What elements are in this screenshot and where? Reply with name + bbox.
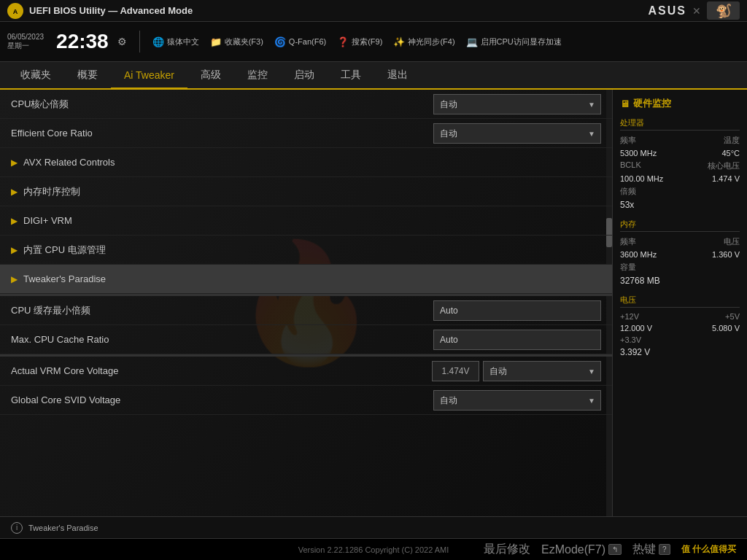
tweakers-paradise-label: Tweaker's Paradise [23,273,106,284]
memory-section: 内存 频率 电压 3600 MHz 1.360 V 容量 32768 MB [620,219,740,286]
avx-expand-icon: ▶ [11,158,18,168]
tab-overview[interactable]: 概要 [64,62,111,88]
cpu-cache-min-row: CPU 缓存最小倍频 [0,296,612,325]
tab-ai-tweaker[interactable]: Ai Tweaker [111,63,187,89]
avx-label: AVX Related Controls [23,157,115,168]
tab-boot[interactable]: 启动 [281,62,328,88]
tab-tools[interactable]: 工具 [328,62,374,88]
cpu-temp-value: 45°C [721,149,740,158]
toolbar-cpu-access[interactable]: 💻 启用CPU访问显存加速 [466,36,562,47]
nav-tabs: 收藏夹 概要 Ai Tweaker 高级 监控 启动 工具 退出 [0,62,747,90]
global-svid-voltage-control[interactable]: 自动 手动 [433,390,601,411]
main-area: 🔥 CPU核心倍频 自动 手动 Efficient Core Ratio 自动 [0,90,747,516]
hotkey-btn[interactable]: 热键 ? [632,542,670,557]
efficient-core-ratio-control[interactable]: 自动 手动 [433,123,601,144]
mem-cap-value: 32768 MB [620,276,740,286]
corevolt-value: 1.474 V [712,174,740,183]
cpu-core-ratio-control[interactable]: 自动 手动 [433,94,601,114]
avx-controls-row[interactable]: ▶ AVX Related Controls [0,148,612,177]
memory-expand-icon: ▶ [11,187,18,197]
tweakers-paradise-row[interactable]: ▶ Tweaker's Paradise [0,265,612,294]
hardware-monitor-panel: 🖥 硬件监控 处理器 频率 温度 5300 MHz 45°C BCLK 核心电压… [612,90,747,516]
vrm-dropdown-select[interactable]: 自动 手动 [483,361,601,381]
v33-value: 3.392 V [620,347,740,357]
hw-monitor-icon: 🖥 [620,98,630,109]
favorites-icon: 📁 [210,36,222,47]
efficient-core-ratio-label: Efficient Core Ratio [11,128,433,139]
search-icon: ❓ [337,36,349,47]
max-cpu-cache-label: Max. CPU Cache Ratio [11,334,433,345]
cpu-core-ratio-label: CPU核心倍频 [11,98,433,111]
cpu-power-row[interactable]: ▶ 内置 CPU 电源管理 [0,236,612,265]
vrm-core-voltage-control: 1.474V 自动 手动 [432,361,601,381]
voltage-section: 电压 +12V +5V 12.000 V 5.080 V +3.3V 3.392… [620,295,740,357]
divider [139,31,140,52]
memory-timing-row[interactable]: ▶ 内存时序控制 [0,177,612,206]
global-svid-voltage-row: Global Core SVID Voltage 自动 手动 [0,386,612,415]
vrm-dropdown-wrapper[interactable]: 自动 手动 [483,361,601,381]
tab-exit[interactable]: 退出 [374,62,421,88]
aura-icon: ✨ [393,36,405,47]
digi-vrm-row[interactable]: ▶ DIGI+ VRM [0,206,612,236]
brand-logo: 值 什么值得买 [681,543,736,556]
tab-favorites[interactable]: 收藏夹 [7,62,64,88]
header-right: ASUS ✕ 🐒 [649,1,740,20]
vrm-core-voltage-label: Actual VRM Core Voltage [11,365,432,376]
last-modified-label: 最后修改 [484,542,530,557]
max-cpu-cache-control[interactable] [433,330,601,350]
mem-freq-volt-header: 频率 电压 [620,236,740,247]
qfan-label: Q-Fan(F6) [289,37,326,46]
bios-title: UEFI BIOS Utility — Advanced Mode [29,5,649,16]
multiplier-header: 倍频 [620,186,740,197]
search-label: 搜索(F9) [352,36,382,47]
info-icon: i [11,522,23,534]
multiplier-label: 倍频 [620,186,636,197]
toolbar-items: 🌐 猿体中文 📁 收藏夹(F3) 🌀 Q-Fan(F6) ❓ 搜索(F9) ✨ … [152,36,562,47]
processor-title: 处理器 [620,117,740,131]
ez-mode-btn[interactable]: EzMode(F7) ↰ [541,543,622,556]
svg-text:A: A [13,8,18,15]
efficient-core-ratio-row: Efficient Core Ratio 自动 手动 [0,119,612,148]
asus-logo-icon: A [7,3,23,19]
bclk-label: BCLK [620,160,641,171]
cpu-core-ratio-select[interactable]: 自动 手动 [433,94,601,114]
version-text: Version 2.22.1286 Copyright (C) 2022 AMI [298,545,449,554]
toolbar-lang[interactable]: 🌐 猿体中文 [152,36,199,47]
toolbar-aura[interactable]: ✨ 神光同步(F4) [393,36,454,47]
freq-temp-values: 5300 MHz 45°C [620,149,740,158]
hw-monitor-label: 硬件监控 [633,97,671,110]
processor-section: 处理器 频率 温度 5300 MHz 45°C BCLK 核心电压 100.00… [620,117,740,210]
global-svid-voltage-label: Global Core SVID Voltage [11,394,433,405]
bclk-corevolt-header: BCLK 核心电压 [620,160,740,171]
toolbar-search[interactable]: ❓ 搜索(F9) [337,36,382,47]
hw-monitor-title: 🖥 硬件监控 [620,97,740,110]
aura-label: 神光同步(F4) [408,36,454,47]
tab-advanced[interactable]: 高级 [187,62,234,88]
hotkey-key: ? [659,544,670,555]
hotkey-label: 热键 [632,542,656,557]
v12-value: 12.000 V [620,324,652,332]
max-cpu-cache-input[interactable] [433,330,601,350]
date-time-area: 06/05/2023 星期一 [7,33,44,51]
tab-monitor[interactable]: 监控 [234,62,281,88]
settings-panel: 🔥 CPU核心倍频 自动 手动 Efficient Core Ratio 自动 [0,90,612,516]
toolbar-favorites[interactable]: 📁 收藏夹(F3) [210,36,263,47]
settings-gear-icon[interactable]: ⚙ [117,36,127,47]
v33-header: +3.3V [620,335,740,344]
cpu-cache-min-control[interactable] [433,300,601,321]
global-svid-voltage-select[interactable]: 自动 手动 [433,390,601,411]
memory-title: 内存 [620,219,740,232]
last-modified-btn[interactable]: 最后修改 [484,542,530,557]
mem-volt-label: 电压 [724,236,740,247]
efficient-core-ratio-select[interactable]: 自动 手动 [433,123,601,144]
voltage-title: 电压 [620,295,740,308]
bclk-value: 100.00 MHz [620,174,663,183]
freq-label: 频率 [620,135,636,146]
mem-cap-header: 容量 [620,262,740,273]
status-text: Tweaker's Paradise [28,524,98,532]
toolbar-qfan[interactable]: 🌀 Q-Fan(F6) [274,36,326,47]
v5-value: 5.080 V [712,324,740,332]
cpu-cache-min-input[interactable] [433,300,601,321]
status-bar: i Tweaker's Paradise [0,516,747,538]
asus-brand-text: ASUS [649,4,686,18]
